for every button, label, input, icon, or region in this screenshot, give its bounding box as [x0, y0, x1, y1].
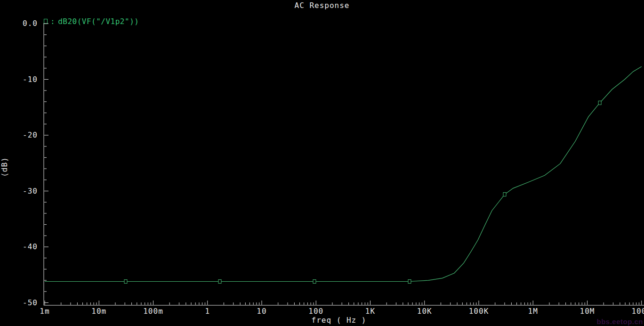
x-tick-label: 10	[257, 307, 266, 316]
x-tick-label: 1K	[365, 307, 375, 316]
trace-marker	[408, 280, 411, 284]
ac-response-chart: 0.0-10-20-30-40-501m10m100m1101001K10K10…	[0, 0, 644, 326]
trace-marker	[503, 193, 506, 196]
x-tick-label: 100	[308, 307, 323, 316]
x-tick-label: 100M	[631, 307, 644, 316]
x-tick-label: 1m	[40, 307, 49, 316]
x-tick-label: 10K	[417, 307, 432, 316]
y-tick-label: -30	[23, 187, 38, 196]
trace-marker	[598, 101, 601, 105]
y-tick-label: -40	[23, 242, 38, 251]
y-tick-label: -10	[23, 75, 38, 84]
x-tick-label: 100K	[469, 307, 489, 316]
y-tick-label: -50	[23, 298, 38, 307]
trace-marker	[218, 280, 221, 284]
x-tick-label: 1	[205, 307, 210, 316]
x-tick-label: 10M	[580, 307, 595, 316]
trace-marker	[124, 280, 127, 284]
y-tick-label: -20	[23, 130, 38, 139]
y-tick-label: 0.0	[23, 19, 38, 28]
waveform-window: AC Response : dB20(VF("/V1p2")) 0.0-10-2…	[0, 0, 644, 326]
x-tick-label: 1M	[528, 307, 538, 316]
x-tick-label: 10m	[91, 307, 106, 316]
x-tick-label: 100m	[143, 307, 163, 316]
y-axis-title: (dB)	[0, 153, 9, 181]
trace-line	[45, 66, 642, 281]
trace-marker	[313, 280, 316, 284]
watermark-text: bbs.eetop.cn	[596, 318, 643, 326]
x-axis-title: freq ( Hz )	[312, 316, 367, 325]
